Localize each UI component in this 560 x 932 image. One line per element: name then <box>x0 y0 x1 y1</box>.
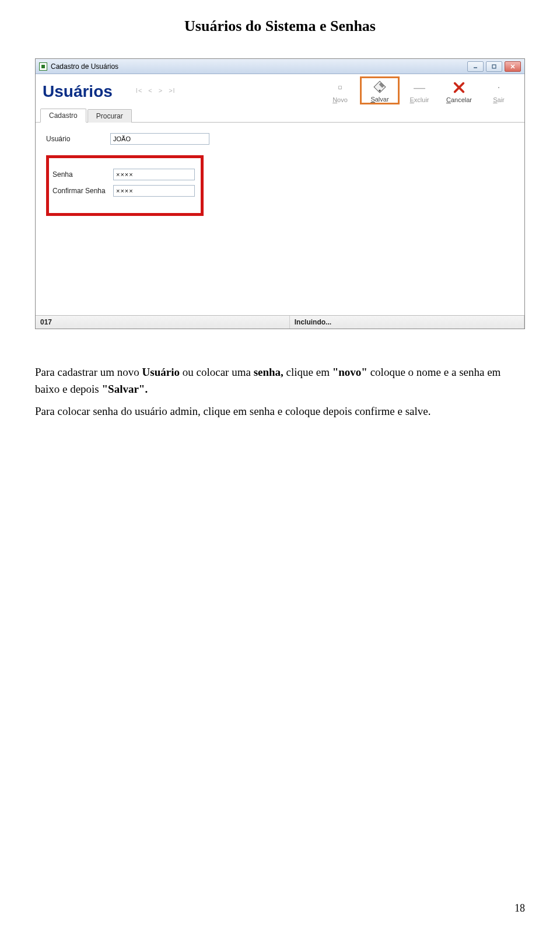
instruction-paragraph-1: Para cadastrar um novo Usuário ou coloca… <box>35 364 525 397</box>
nav-last-icon[interactable]: >I <box>169 87 175 94</box>
status-mode: Incluindo... <box>290 316 524 329</box>
titlebar: Cadastro de Usuários <box>36 59 524 74</box>
window-controls <box>467 61 521 72</box>
cancel-icon <box>452 80 467 95</box>
app-icon <box>39 62 47 71</box>
salvar-button[interactable]: Salvar <box>360 76 400 104</box>
novo-button[interactable]: ▫ NNovoovo <box>320 79 360 104</box>
maximize-button[interactable] <box>486 61 502 72</box>
window-title: Cadastro de Usuários <box>51 62 118 71</box>
nav-first-icon[interactable]: I< <box>136 87 142 94</box>
statusbar: 017 Incluindo... <box>36 315 524 329</box>
confirmar-senha-input[interactable] <box>113 185 195 197</box>
senha-label: Senha <box>52 170 113 179</box>
instruction-paragraph-2: Para colocar senha do usuário admin, cli… <box>35 403 525 420</box>
close-button[interactable] <box>505 61 521 72</box>
sair-button[interactable]: · Sair <box>479 79 519 104</box>
confirmar-senha-label: Confirmar Senha <box>52 187 113 195</box>
doc-title: Usuários do Sistema e Senhas <box>35 18 525 35</box>
usuario-input[interactable] <box>110 133 209 145</box>
tabs: Cadastro Procurar <box>36 108 524 123</box>
senha-highlight: Senha Confirmar Senha <box>46 155 204 216</box>
page-number: 18 <box>514 902 525 914</box>
excluir-button[interactable]: — Excluir <box>400 79 439 104</box>
form-area: Usuário Senha Confirmar Senha <box>36 123 524 315</box>
status-record-id: 017 <box>36 316 290 329</box>
record-nav: I< < > >I <box>136 87 176 94</box>
minimize-button[interactable] <box>467 61 484 72</box>
delete-icon: — <box>412 80 427 95</box>
usuario-label: Usuário <box>46 135 110 143</box>
cancelar-button[interactable]: Cancelar <box>439 79 479 104</box>
senha-input[interactable] <box>113 169 195 180</box>
exit-icon: · <box>491 80 506 95</box>
svg-rect-1 <box>492 65 496 68</box>
toolbar: Usuários I< < > >I ▫ NNovoovo Salvar — E <box>36 74 524 109</box>
tab-cadastro[interactable]: Cadastro <box>40 109 86 123</box>
nav-prev-icon[interactable]: < <box>148 87 152 94</box>
section-heading: Usuários <box>41 79 118 104</box>
save-icon <box>372 79 387 95</box>
tab-procurar[interactable]: Procurar <box>88 109 132 123</box>
new-file-icon: ▫ <box>332 80 348 95</box>
nav-next-icon[interactable]: > <box>159 87 163 94</box>
app-window: Cadastro de Usuários Usuários I< < > <box>35 58 525 329</box>
